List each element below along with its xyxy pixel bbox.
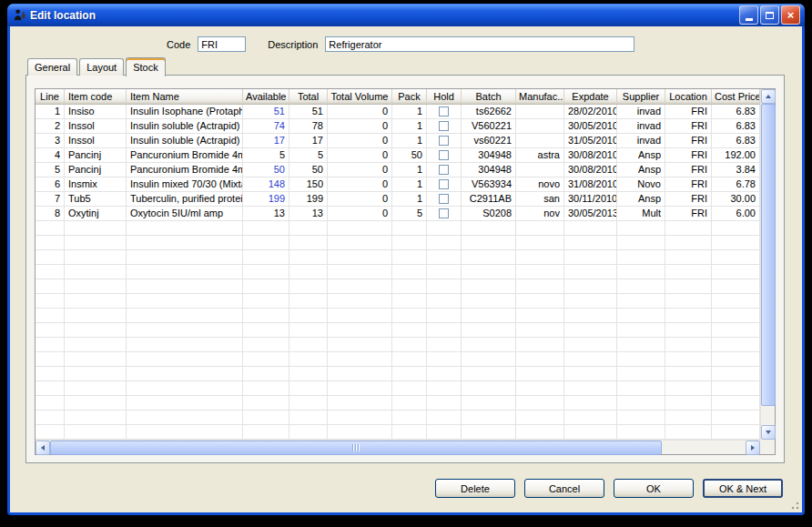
tab-layout[interactable]: Layout <box>79 58 124 76</box>
table-row[interactable]: 8OxytinjOxytocin 5IU/ml amp131305S0208no… <box>36 207 760 221</box>
column-header-total-volume[interactable]: Total Volume <box>328 89 392 104</box>
cell-pack <box>392 279 427 293</box>
cell-item-code <box>65 410 127 424</box>
cell-total: 5 <box>289 148 328 162</box>
cell-available: 50 <box>243 163 289 177</box>
column-header-cost-price[interactable]: Cost Price <box>712 89 760 104</box>
cell-item-name: Insulin mixed 70/30 (Mixta <box>127 177 243 191</box>
table-row[interactable]: 1InsisoInsulin Isophane (Protapha515101t… <box>36 105 760 119</box>
table-row[interactable]: 2InssolInsulin soluble (Actrapid) 174780… <box>36 119 760 134</box>
cell-pack: 1 <box>392 105 427 118</box>
cell-available: 74 <box>243 119 289 133</box>
tab-general[interactable]: General <box>27 58 77 76</box>
tab-stock[interactable]: Stock <box>126 57 166 76</box>
code-input[interactable] <box>198 36 246 52</box>
column-header-pack[interactable]: Pack <box>392 89 427 104</box>
cell-total-volume <box>328 294 392 308</box>
scroll-right-button[interactable] <box>746 441 760 455</box>
hold-checkbox[interactable] <box>439 150 449 160</box>
cancel-button[interactable]: Cancel <box>524 479 604 498</box>
cell-supplier <box>617 265 665 279</box>
cell-available: 51 <box>243 105 289 118</box>
scroll-down-button[interactable] <box>761 425 776 440</box>
vertical-scrollbar[interactable] <box>760 89 775 440</box>
empty-row <box>36 250 760 265</box>
minimize-button[interactable] <box>739 5 758 25</box>
cell-item-name: Insulin soluble (Actrapid) 1 <box>127 119 243 133</box>
cell-supplier <box>617 279 665 293</box>
horizontal-scroll-thumb[interactable] <box>50 441 662 455</box>
hold-checkbox[interactable] <box>439 208 449 218</box>
hold-checkbox[interactable] <box>439 121 449 131</box>
column-header-manufacturer[interactable]: Manufac... <box>516 89 564 104</box>
titlebar[interactable]: Edit location × <box>7 4 805 26</box>
hold-checkbox[interactable] <box>439 106 449 117</box>
window-controls: × <box>739 5 800 25</box>
cell-pack <box>392 236 427 249</box>
resize-grip[interactable] <box>788 499 800 511</box>
cell-location: FRI <box>665 192 712 206</box>
cell-item-code: Oxytinj <box>65 207 127 220</box>
column-header-supplier[interactable]: Supplier <box>617 89 665 104</box>
column-header-total[interactable]: Total <box>289 89 328 104</box>
cell-manufacturer <box>516 352 564 366</box>
table-row[interactable]: 3InssolInsulin soluble (Actrapid) 117170… <box>36 134 760 148</box>
column-header-item-name[interactable]: Item Name <box>127 89 243 104</box>
hold-checkbox[interactable] <box>439 136 449 146</box>
scroll-up-button[interactable] <box>761 89 776 104</box>
column-header-item-code[interactable]: Item code <box>65 89 127 104</box>
vertical-scroll-track[interactable] <box>761 104 775 425</box>
cell-line <box>36 338 65 351</box>
cell-batch <box>462 338 516 351</box>
scroll-left-button[interactable] <box>36 441 50 455</box>
table-row[interactable]: 4PancinjPancuronium Bromide 4mg550503049… <box>36 148 760 163</box>
edit-location-window: Edit location × Code Description General… <box>7 4 805 515</box>
cell-supplier <box>617 309 665 322</box>
vertical-scroll-thumb[interactable] <box>761 104 776 406</box>
cell-total-volume <box>328 323 392 337</box>
column-header-line[interactable]: Line <box>36 89 65 104</box>
cell-manufacturer: nov <box>516 207 564 220</box>
cell-line: 3 <box>36 134 65 147</box>
maximize-button[interactable] <box>760 5 779 25</box>
table-row[interactable]: 5PancinjPancuronium Bromide 4mg505001304… <box>36 163 760 177</box>
cell-supplier: Mult <box>617 207 665 220</box>
location-form: Code Description <box>10 36 634 52</box>
cell-available <box>243 250 289 264</box>
cell-total: 51 <box>289 105 328 118</box>
cell-supplier <box>617 410 665 424</box>
cell-hold <box>427 177 462 191</box>
column-header-expdate[interactable]: Expdate <box>564 89 617 104</box>
cell-location <box>665 294 712 308</box>
empty-row <box>36 367 760 381</box>
table-row[interactable]: 7Tub5Tuberculin, purified protein1991990… <box>36 192 760 207</box>
cell-expdate <box>564 410 617 424</box>
cell-line <box>36 236 65 249</box>
hold-checkbox[interactable] <box>439 179 449 189</box>
cell-supplier <box>617 221 665 235</box>
cell-total <box>289 367 328 380</box>
ok-button[interactable]: OK <box>614 479 694 498</box>
cell-location <box>665 309 712 322</box>
cell-total-volume: 0 <box>328 163 392 177</box>
table-row[interactable]: 6InsmixInsulin mixed 70/30 (Mixta1481500… <box>36 177 760 192</box>
ok-next-button[interactable]: OK & Next <box>703 479 783 498</box>
delete-button[interactable]: Delete <box>435 479 515 498</box>
column-header-available[interactable]: Available <box>243 89 289 104</box>
horizontal-scroll-track[interactable] <box>50 441 746 454</box>
cell-supplier: invad <box>617 119 665 133</box>
cell-location: FRI <box>665 177 712 191</box>
cell-item-code <box>65 309 127 322</box>
column-header-location[interactable]: Location <box>665 89 712 104</box>
cell-location <box>665 265 712 279</box>
description-input[interactable] <box>325 36 634 52</box>
cell-available <box>243 367 289 380</box>
hold-checkbox[interactable] <box>439 165 449 175</box>
column-header-hold[interactable]: Hold <box>427 89 462 104</box>
hold-checkbox[interactable] <box>439 194 449 204</box>
dialog-buttons: Delete Cancel OK OK & Next <box>435 479 783 498</box>
cell-batch: ts62662 <box>462 105 516 118</box>
close-button[interactable]: × <box>781 5 800 25</box>
column-header-batch[interactable]: Batch <box>462 89 516 104</box>
horizontal-scrollbar[interactable] <box>36 440 760 454</box>
